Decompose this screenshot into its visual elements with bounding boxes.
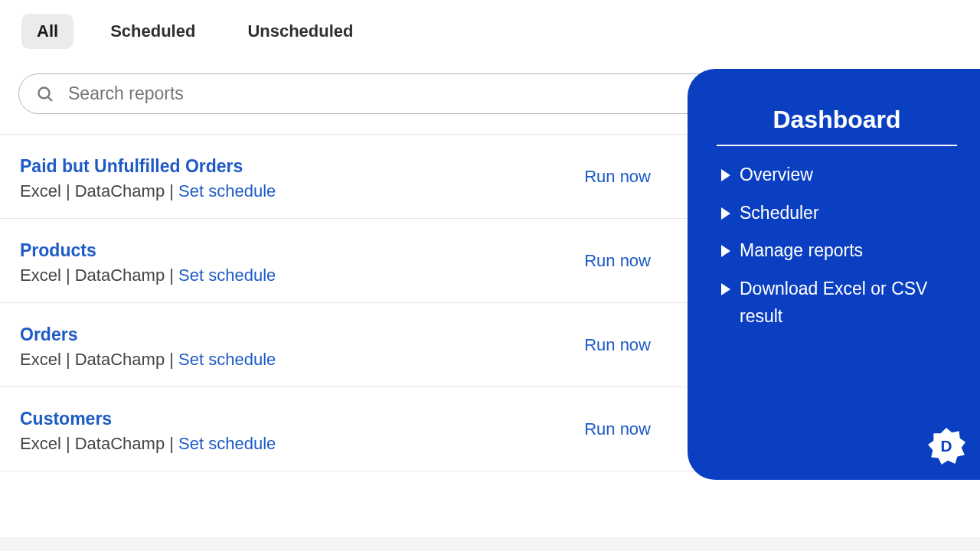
report-meta-prefix: Excel | DataChamp | — [20, 266, 178, 285]
overlay-item-overview[interactable]: Overview — [721, 161, 952, 189]
report-meta-prefix: Excel | DataChamp | — [20, 181, 178, 201]
set-schedule-link[interactable]: Set schedule — [178, 266, 276, 285]
play-icon — [721, 207, 730, 220]
run-now-link[interactable]: Run now — [584, 419, 651, 439]
set-schedule-link[interactable]: Set schedule — [178, 434, 276, 453]
tab-scheduled[interactable]: Scheduled — [95, 14, 211, 49]
tab-unscheduled[interactable]: Unscheduled — [232, 14, 368, 49]
play-icon — [721, 169, 730, 181]
set-schedule-link[interactable]: Set schedule — [178, 181, 276, 201]
tab-all[interactable]: All — [21, 14, 74, 49]
report-meta-prefix: Excel | DataChamp | — [20, 350, 178, 369]
dashboard-overlay: Dashboard Overview Scheduler Manage repo… — [688, 69, 980, 480]
search-icon — [36, 85, 54, 103]
overlay-title: Dashboard — [717, 106, 957, 146]
set-schedule-link[interactable]: Set schedule — [178, 350, 276, 369]
overlay-item-manage-reports[interactable]: Manage reports — [721, 237, 952, 265]
filter-tabs: All Scheduled Unscheduled — [0, 0, 980, 60]
footer-background — [0, 537, 980, 551]
report-meta-prefix: Excel | DataChamp | — [20, 434, 178, 453]
overlay-item-label: Manage reports — [740, 237, 863, 265]
overlay-item-label: Scheduler — [740, 200, 819, 227]
app-badge-icon: D — [926, 426, 966, 466]
run-now-link[interactable]: Run now — [584, 167, 651, 187]
svg-point-0 — [39, 87, 50, 98]
play-icon — [721, 283, 730, 295]
play-icon — [721, 245, 730, 257]
overlay-item-label: Download Excel or CSV result — [740, 276, 952, 330]
svg-line-1 — [48, 97, 52, 101]
overlay-item-download[interactable]: Download Excel or CSV result — [721, 276, 952, 330]
svg-text:D: D — [940, 437, 952, 455]
run-now-link[interactable]: Run now — [584, 335, 651, 355]
overlay-item-label: Overview — [740, 161, 813, 189]
run-now-link[interactable]: Run now — [584, 251, 651, 271]
overlay-item-scheduler[interactable]: Scheduler — [721, 200, 952, 227]
